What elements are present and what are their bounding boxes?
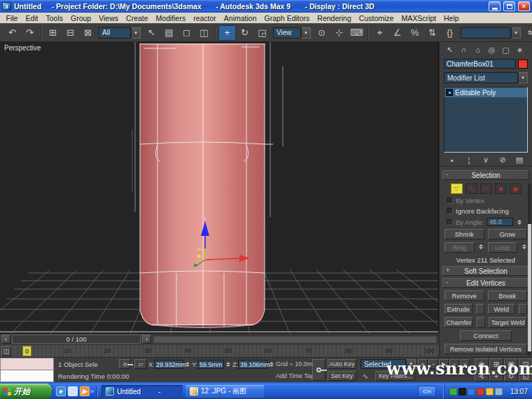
extrude-button[interactable]: Extrude xyxy=(444,304,472,314)
percent-snap-toggle-icon[interactable]: % xyxy=(406,25,424,41)
by-vertex-checkbox[interactable] xyxy=(447,197,453,204)
auto-key-button[interactable]: Auto Key xyxy=(328,359,356,369)
time-slider-handle[interactable]: 0 / 100 xyxy=(12,335,141,344)
chamfer-settings-button[interactable] xyxy=(477,317,485,328)
tray-green-icon[interactable] xyxy=(449,388,457,396)
ignore-backfacing-checkbox[interactable] xyxy=(447,208,453,214)
target-weld-button[interactable]: Target Weld xyxy=(489,317,527,328)
menu-item[interactable]: Animation xyxy=(220,14,260,22)
angle-spinner[interactable] xyxy=(516,218,522,226)
weld-button[interactable]: Weld xyxy=(488,304,516,314)
menu-item[interactable]: Group xyxy=(67,14,95,22)
default-in-out-tangents-icon[interactable]: ∿ xyxy=(359,371,372,381)
menu-item[interactable]: Tools xyxy=(42,14,67,22)
extrude-settings-button[interactable] xyxy=(476,304,484,314)
selection-rollout-header[interactable]: - Selection xyxy=(442,170,529,180)
perspective-viewport[interactable]: Perspective xyxy=(0,42,439,334)
select-and-link-icon[interactable]: ⊞ xyxy=(44,25,62,41)
menu-item[interactable]: Modifiers xyxy=(152,14,190,22)
angle-snap-toggle-icon[interactable]: ∠ xyxy=(388,25,406,41)
quick-launch-expand-icon[interactable]: » xyxy=(90,388,94,395)
loop-spinner[interactable] xyxy=(521,242,527,251)
mirror-icon[interactable]: ⇋ xyxy=(523,25,532,41)
modifier-stack[interactable]: Editable Poly xyxy=(444,87,528,153)
ring-button[interactable]: Ring xyxy=(444,242,475,253)
menu-item[interactable]: MAXScript xyxy=(398,14,440,22)
chevron-down-icon[interactable]: ▼ xyxy=(301,27,311,38)
ie-browser-icon[interactable]: e xyxy=(56,386,66,396)
select-and-uniform-scale-icon[interactable]: ◲ xyxy=(253,25,271,41)
window-crossing-icon[interactable]: ◫ xyxy=(195,25,213,41)
break-button[interactable]: Break xyxy=(488,290,528,301)
configure-modifier-sets-icon[interactable]: ▤ xyxy=(514,155,525,164)
modifier-list-dropdown[interactable]: Modifier List ▼ xyxy=(444,72,528,83)
reference-coordinate-dropdown[interactable]: View ▼ xyxy=(273,27,311,38)
set-keys-button[interactable] xyxy=(312,359,326,381)
redo-icon[interactable]: ↷ xyxy=(21,25,38,41)
select-and-move-icon[interactable]: + xyxy=(218,25,236,41)
tab-display-icon[interactable]: ▢ xyxy=(500,44,512,55)
y-spinner[interactable] xyxy=(225,360,231,368)
edit-vertices-rollout-header[interactable]: - Edit Vertices xyxy=(442,278,529,288)
chevron-down-icon[interactable]: ▼ xyxy=(511,27,521,38)
tray-qq-icon[interactable] xyxy=(458,388,466,396)
set-key-button[interactable]: Set Key xyxy=(328,371,356,381)
listener-macro-pane[interactable] xyxy=(0,358,54,370)
bind-to-space-warp-icon[interactable]: ⊠ xyxy=(79,25,97,41)
current-frame-marker[interactable]: 0 xyxy=(22,346,31,356)
rectangular-selection-region-icon[interactable]: ◻ xyxy=(178,25,195,41)
select-by-name-icon[interactable]: ▤ xyxy=(160,25,178,41)
object-name-field[interactable]: ChamferBox01 xyxy=(444,59,516,69)
named-selection-sets-dropdown[interactable]: ▼ xyxy=(461,27,521,38)
show-end-result-icon[interactable]: ¦ xyxy=(463,156,475,164)
by-angle-checkbox[interactable] xyxy=(447,219,453,225)
add-time-tag[interactable]: Add Time Tag xyxy=(276,372,314,379)
show-desktop-icon[interactable] xyxy=(68,386,78,396)
selection-lock-toggle[interactable] xyxy=(119,359,130,369)
tab-utilities-icon[interactable]: ∗ xyxy=(514,44,526,55)
x-coordinate-field[interactable]: 29.932mm xyxy=(154,360,183,369)
language-bar-button[interactable]: CH xyxy=(418,386,436,397)
pin-stack-icon[interactable]: ▪ xyxy=(447,156,458,164)
scrollbar-thumb[interactable] xyxy=(528,224,531,351)
use-pivot-point-center-icon[interactable]: ⊙ xyxy=(313,25,330,41)
keyboard-shortcut-override-icon[interactable]: ⌨ xyxy=(348,25,365,41)
track-bar[interactable]: ◫ 0 102030405060708090100 xyxy=(0,344,439,357)
remove-modifier-icon[interactable]: ⊘ xyxy=(497,155,508,164)
ring-spinner[interactable] xyxy=(478,242,484,251)
menu-item[interactable]: Views xyxy=(95,14,122,22)
menu-item[interactable]: Graph Editors xyxy=(260,14,314,22)
polygon-subobject-icon[interactable]: ■ xyxy=(495,183,507,194)
menu-item[interactable]: Edit xyxy=(22,14,42,22)
command-panel-scrollbar[interactable] xyxy=(528,183,531,356)
unlink-selection-icon[interactable]: ⊟ xyxy=(62,25,79,41)
border-subobject-icon[interactable]: ▱ xyxy=(480,183,492,194)
shrink-button[interactable]: Shrink xyxy=(444,229,484,239)
connect-button[interactable]: Connect xyxy=(460,330,512,341)
maximize-button[interactable] xyxy=(503,1,515,11)
chamfer-button[interactable]: Chamfer xyxy=(444,317,473,328)
menu-item[interactable]: File xyxy=(2,14,22,22)
time-slider-track[interactable] xyxy=(153,335,438,344)
taskbar-task-paint[interactable]: 12 .JPG - 画图 xyxy=(186,385,264,398)
tray-red-icon[interactable] xyxy=(477,388,484,396)
select-object-icon[interactable]: ↖ xyxy=(143,25,160,41)
object-color-swatch[interactable] xyxy=(518,59,528,69)
select-and-manipulate-icon[interactable]: ⊹ xyxy=(330,25,348,41)
close-button[interactable]: × xyxy=(518,1,530,11)
maxscript-mini-listener[interactable] xyxy=(0,358,54,382)
z-spinner[interactable] xyxy=(268,360,274,368)
previous-frame-arrow[interactable]: ‹ xyxy=(1,335,10,344)
element-subobject-icon[interactable]: ◆ xyxy=(510,183,522,194)
tray-yellow-icon[interactable] xyxy=(486,388,493,396)
z-coordinate-field[interactable]: 39.106mm xyxy=(238,360,267,369)
absolute-mode-transform-typein-button[interactable]: ▱ xyxy=(134,359,147,369)
menu-item[interactable]: reactor xyxy=(190,14,220,22)
menu-item[interactable]: Customize xyxy=(355,14,398,22)
tray-gray-icon[interactable] xyxy=(495,388,503,396)
tab-motion-icon[interactable]: ◎ xyxy=(486,44,498,55)
stack-item-editable-poly[interactable]: Editable Poly xyxy=(444,88,527,97)
snaps-toggle-icon[interactable]: ⌖ xyxy=(371,25,388,41)
start-button[interactable]: 开始 xyxy=(0,384,52,399)
selection-filter-dropdown[interactable]: All ▼ xyxy=(99,27,141,38)
